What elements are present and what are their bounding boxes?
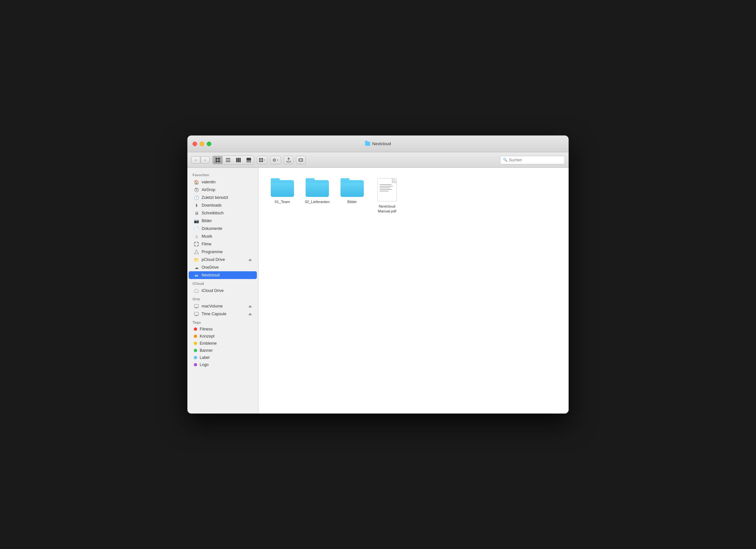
file-name-bilder: Bilder [347,199,357,204]
search-icon: 🔍 [503,158,508,162]
svg-rect-3 [218,160,220,162]
sidebar-item-fitness[interactable]: Fitness [189,326,257,333]
sidebar-item-nextcloud[interactable]: ∞ Nextcloud [189,271,257,279]
sidebar-label-macvolume: macVolume [202,304,246,309]
sidebar-item-schreibtisch[interactable]: 🖥 Schreibtisch [189,209,257,217]
sidebar-item-onedrive[interactable]: ☁ OneDrive [189,263,257,271]
svg-rect-32 [194,312,199,315]
file-item-bilder[interactable]: Bilder [336,175,368,216]
sidebar-label-programme: Programme [202,249,252,254]
action-button[interactable]: ⚙ ▾ [270,156,281,164]
sidebar-label-zuletzt: Zuletzt benutzt [202,195,252,200]
group-button[interactable]: ▾ [257,156,268,164]
file-item-01-team[interactable]: 01_Team [266,175,299,216]
share-button[interactable] [284,156,293,164]
sidebar-item-downloads[interactable]: ⬇ Downloads [189,201,257,209]
sidebar-label-bilder: Bilder [202,218,252,223]
sidebar-label-valentin: valentin [202,180,252,184]
sidebar-item-dokumente[interactable]: 📄 Dokumente [189,225,257,232]
sidebar-item-icloud-drive[interactable]: iCloud Drive [189,287,257,295]
svg-marker-28 [194,250,198,254]
title-folder-icon [365,142,370,146]
sidebar-item-programme[interactable]: Programme [189,248,257,256]
sidebar-label-banner: Banner [200,348,252,353]
file-item-nextcloud-manual[interactable]: Nextcloud Manual.pdf [371,175,403,216]
file-name-02-lieferanten: 02_Lieferanten [305,199,330,204]
tags-header: Tags [187,318,258,326]
desktop-icon: 🖥 [194,210,199,216]
window-title: Nextcloud [365,141,391,146]
close-button[interactable] [193,142,197,146]
banner-tag-dot [194,349,197,352]
sidebar-item-pcloud[interactable]: 📁 pCloud Drive ⏏ [189,256,257,263]
svg-rect-12 [248,161,249,162]
file-name-nextcloud-manual: Nextcloud Manual.pdf [373,204,401,214]
nextcloud-icon: ∞ [194,272,199,278]
favorites-header: Favoriten [187,170,258,178]
sidebar-item-time-capsule[interactable]: Time Capsule ⏏ [189,310,257,318]
sidebar-item-embleme[interactable]: Embleme [189,340,257,347]
sidebar-label-schreibtisch: Schreibtisch [202,211,252,215]
svg-rect-29 [194,305,199,308]
back-button[interactable]: ‹ [191,156,200,164]
minimize-button[interactable] [200,142,204,146]
documents-icon: 📄 [194,226,199,231]
traffic-lights [193,142,211,146]
sidebar-label-filme: Filme [202,242,252,246]
sidebar-item-valentin[interactable]: 🏠 valentin [189,178,257,186]
sidebar-label-logo: Logo [200,363,252,367]
folder-icon-01-team [271,178,294,197]
sidebar-item-label-tag[interactable]: Label [189,354,257,361]
svg-rect-11 [247,161,248,162]
airdrop-icon [194,187,199,192]
sidebar-item-airdrop[interactable]: AirDrop [189,186,257,194]
logo-tag-dot [194,363,197,366]
sidebar-label-fitness: Fitness [200,327,252,332]
svg-rect-1 [218,158,220,160]
sidebar-item-konzept[interactable]: Konzept [189,333,257,340]
macvolume-eject-icon[interactable]: ⏏ [248,304,252,309]
file-item-02-lieferanten[interactable]: 02_Lieferanten [301,175,333,216]
view-columns-button[interactable] [234,156,243,164]
sidebar-label-airdrop: AirDrop [202,187,252,192]
time-capsule-eject-icon[interactable]: ⏏ [248,312,252,316]
view-buttons-group [212,155,254,164]
label-tag-dot [194,356,197,359]
folder-icon-bilder [341,178,364,197]
sidebar-item-macvolume[interactable]: macVolume ⏏ [189,302,257,310]
sidebar-item-bilder[interactable]: 📷 Bilder [189,217,257,225]
svg-point-22 [196,189,197,190]
svg-rect-2 [215,160,217,162]
sidebar-label-pcloud: pCloud Drive [202,257,246,262]
view-list-button[interactable] [223,156,233,164]
search-box[interactable]: 🔍 [500,156,565,164]
svg-rect-18 [299,158,303,161]
time-capsule-icon [194,312,199,317]
maximize-button[interactable] [207,142,211,146]
title-text: Nextcloud [372,141,391,146]
sidebar-item-zuletzt[interactable]: 🕐 Zuletzt benutzt [189,194,257,201]
forward-button[interactable]: › [201,156,210,164]
onedrive-icon: ☁ [194,265,199,270]
sidebar-label-dokumente: Dokumente [202,226,252,231]
main-content: Favoriten 🏠 valentin AirDrop 🕐 [187,168,569,414]
view-cover-button[interactable] [244,156,254,164]
svg-rect-5 [226,160,230,160]
downloads-icon: ⬇ [194,203,199,208]
sidebar-label-icloud-drive: iCloud Drive [202,289,252,293]
svg-rect-25 [197,242,198,243]
nav-buttons: ‹ › [191,156,210,164]
svg-rect-15 [261,158,263,160]
pcloud-eject-icon[interactable]: ⏏ [248,258,252,262]
svg-rect-10 [247,158,251,161]
view-icon-button[interactable] [213,156,223,164]
sidebar-item-musik[interactable]: ♫ Musik [189,232,257,240]
sidebar-item-filme[interactable]: Filme [189,240,257,248]
toolbar: ‹ › [187,152,569,168]
pdf-icon-nextcloud-manual [377,178,397,201]
search-input[interactable] [509,158,562,162]
sidebar-item-banner[interactable]: Banner [189,347,257,354]
svg-rect-7 [236,158,237,162]
path-button[interactable] [296,156,306,164]
sidebar-item-logo[interactable]: Logo [189,361,257,368]
